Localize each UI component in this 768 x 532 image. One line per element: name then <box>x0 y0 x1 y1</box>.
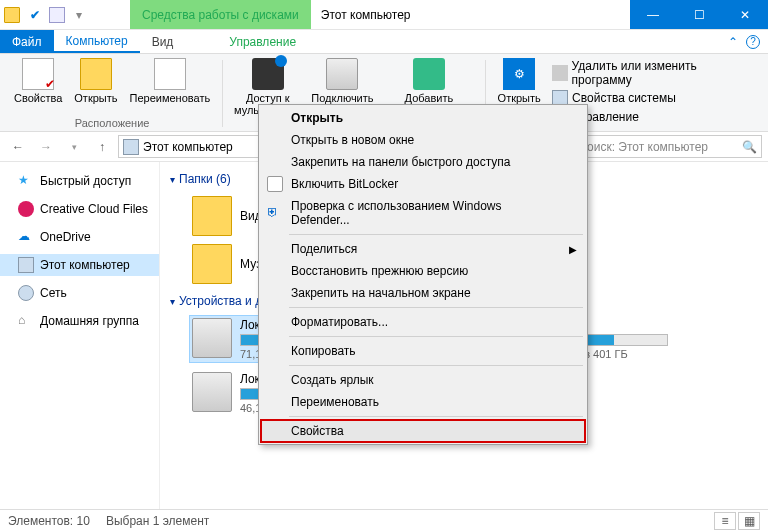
menu-item[interactable]: Включить BitLocker <box>261 173 585 195</box>
ribbon-label: Свойства <box>14 92 62 104</box>
nav-up-button[interactable]: ↑ <box>90 135 114 159</box>
sidebar-item-net[interactable]: Сеть <box>0 282 159 304</box>
ribbon-label: Открыть <box>74 92 117 104</box>
tab-view[interactable]: Вид <box>140 30 186 53</box>
menu-item-label: Проверка с использованием Windows Defend… <box>291 199 561 227</box>
menu-item-label: Свойства <box>291 424 344 438</box>
menu-item-label: Открыть <box>291 111 343 125</box>
menu-separator <box>289 365 583 366</box>
star-icon: ★ <box>18 173 34 189</box>
tab-manage[interactable]: Управление <box>217 30 308 53</box>
connect-drive-icon <box>326 58 358 90</box>
menu-item-label: Копировать <box>291 344 356 358</box>
status-bar: Элементов: 10 Выбран 1 элемент ≡ ▦ <box>0 509 768 532</box>
menu-separator <box>289 416 583 417</box>
menu-item-label: Закрепить на начальном экране <box>291 286 471 300</box>
collapse-ribbon-icon[interactable]: ⌃ <box>728 35 738 49</box>
tab-file[interactable]: Файл <box>0 30 54 53</box>
search-placeholder: оиск: Этот компьютер <box>587 140 708 154</box>
ribbon-group-label <box>625 126 628 142</box>
menu-item[interactable]: Восстановить прежнюю версию <box>261 260 585 282</box>
sidebar-item-cc[interactable]: Creative Cloud Files <box>0 198 159 220</box>
menu-item-label: Форматировать... <box>291 315 388 329</box>
ribbon-open[interactable]: Открыть <box>70 56 121 115</box>
chevron-down-icon: ▾ <box>170 174 175 185</box>
sidebar-item-pc[interactable]: Этот компьютер <box>0 254 159 276</box>
home-icon: ⌂ <box>18 313 34 329</box>
sidebar-item-home[interactable]: ⌂Домашняя группа <box>0 310 159 332</box>
menu-item[interactable]: Поделиться▶ <box>261 238 585 260</box>
ribbon-rename[interactable]: Переименовать <box>126 56 215 115</box>
app-icon <box>4 7 20 23</box>
sidebar-item-star[interactable]: ★Быстрый доступ <box>0 170 159 192</box>
close-button[interactable]: ✕ <box>722 0 768 29</box>
help-icon[interactable]: ? <box>746 35 760 49</box>
ribbon-tabs: Файл Компьютер Вид Управление ⌃ ? <box>0 30 768 54</box>
maximize-button[interactable]: ☐ <box>676 0 722 29</box>
menu-item[interactable]: Закрепить на панели быстрого доступа <box>261 151 585 173</box>
menu-item[interactable]: Копировать <box>261 340 585 362</box>
shield-icon: ⛨ <box>267 205 283 221</box>
menu-item[interactable]: Переименовать <box>261 391 585 413</box>
menu-item[interactable]: Открыть в новом окне <box>261 129 585 151</box>
status-selection: Выбран 1 элемент <box>106 514 209 528</box>
sidebar-item-label: Быстрый доступ <box>40 174 131 188</box>
ribbon-small-label: Удалить или изменить программу <box>572 59 754 87</box>
ribbon-properties[interactable]: ✔ Свойства <box>10 56 66 115</box>
properties-icon: ✔ <box>22 58 54 90</box>
view-icons-button[interactable]: ▦ <box>738 512 760 530</box>
menu-item[interactable]: Свойства <box>261 420 585 442</box>
qat-check-icon[interactable]: ✔ <box>27 7 43 23</box>
breadcrumb[interactable]: Этот компьютер <box>143 140 233 154</box>
sidebar-item-label: Creative Cloud Files <box>40 202 148 216</box>
rename-icon <box>154 58 186 90</box>
menu-item[interactable]: ⛨Проверка с использованием Windows Defen… <box>261 195 585 231</box>
search-box[interactable]: оиск: Этот компьютер 🔍 <box>582 135 762 158</box>
submenu-arrow-icon: ▶ <box>569 244 577 255</box>
sidebar-item-label: OneDrive <box>40 230 91 244</box>
view-switcher: ≡ ▦ <box>714 512 760 530</box>
menu-item-label: Создать ярлык <box>291 373 374 387</box>
quick-access-toolbar: ✔ ▾ <box>0 0 90 29</box>
ribbon-uninstall[interactable]: Удалить или изменить программу <box>548 58 758 88</box>
menu-item-label: Переименовать <box>291 395 379 409</box>
folder-icon <box>192 244 232 284</box>
search-icon[interactable]: 🔍 <box>742 140 757 154</box>
media-icon <box>252 58 284 90</box>
location-icon <box>123 139 139 155</box>
net-icon <box>18 285 34 301</box>
minimize-button[interactable]: ― <box>630 0 676 29</box>
menu-item[interactable]: Открыть <box>261 107 585 129</box>
menu-item[interactable]: Форматировать... <box>261 311 585 333</box>
sidebar-item-label: Этот компьютер <box>40 258 130 272</box>
cloud-icon: ☁ <box>18 229 34 245</box>
qat-save-icon[interactable] <box>49 7 65 23</box>
qat-dropdown-icon[interactable]: ▾ <box>71 7 87 23</box>
menu-item-label: Закрепить на панели быстрого доступа <box>291 155 511 169</box>
sidebar-item-label: Домашняя группа <box>40 314 139 328</box>
uninstall-icon <box>552 65 567 81</box>
tab-computer[interactable]: Компьютер <box>54 30 140 53</box>
menu-item[interactable]: Закрепить на начальном экране <box>261 282 585 304</box>
menu-separator <box>289 234 583 235</box>
window-controls: ― ☐ ✕ <box>630 0 768 29</box>
menu-item-label: Восстановить прежнюю версию <box>291 264 468 278</box>
menu-item[interactable]: Создать ярлык <box>261 369 585 391</box>
nav-history-button[interactable]: ▾ <box>62 135 86 159</box>
status-count: Элементов: 10 <box>8 514 90 528</box>
ribbon-small-label: Свойства системы <box>572 91 676 105</box>
add-network-icon <box>413 58 445 90</box>
ribbon-group-label: Расположение <box>75 115 150 131</box>
ribbon-label: Переименовать <box>130 92 211 104</box>
chevron-down-icon: ▾ <box>170 296 175 307</box>
folder-icon <box>192 196 232 236</box>
drive-icon <box>192 372 232 412</box>
window-title: Этот компьютер <box>311 0 421 29</box>
view-details-button[interactable]: ≡ <box>714 512 736 530</box>
sidebar-item-cloud[interactable]: ☁OneDrive <box>0 226 159 248</box>
settings-icon: ⚙ <box>503 58 535 90</box>
contextual-tab[interactable]: Средства работы с дисками <box>130 0 311 29</box>
nav-forward-button[interactable]: → <box>34 135 58 159</box>
nav-back-button[interactable]: ← <box>6 135 30 159</box>
menu-item-label: Включить BitLocker <box>291 177 398 191</box>
